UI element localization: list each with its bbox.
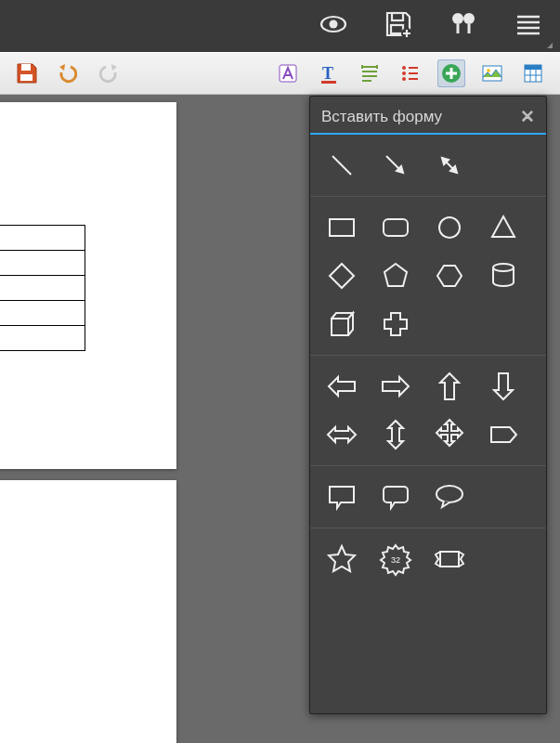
shape-group-arrows (310, 356, 546, 466)
save-add-icon[interactable] (384, 9, 413, 43)
document-page[interactable] (0, 102, 176, 469)
redo-button[interactable] (95, 59, 123, 87)
shape-arrow-pentagon[interactable] (479, 413, 527, 456)
svg-rect-24 (384, 219, 408, 236)
shape-arrow-left[interactable] (318, 365, 366, 408)
svg-rect-3 (391, 25, 403, 33)
svg-line-20 (332, 156, 351, 175)
insert-shape-panel: Вставить форму ✕ (309, 96, 547, 714)
svg-point-17 (487, 69, 490, 72)
svg-text:T: T (322, 64, 333, 83)
shape-callout-oval[interactable] (425, 476, 474, 518)
shape-diamond[interactable] (318, 254, 366, 297)
svg-point-14 (402, 77, 406, 81)
edit-toolbar: T (0, 52, 560, 95)
undo-button[interactable] (54, 59, 82, 87)
shape-seal[interactable]: 32 (371, 538, 420, 580)
shape-circle[interactable] (425, 206, 474, 249)
shape-ribbon[interactable] (425, 538, 474, 580)
shape-double-arrow-line[interactable] (425, 144, 474, 187)
shape-arrow-up-down[interactable] (371, 413, 420, 456)
shape-rounded-rectangle[interactable] (371, 206, 420, 249)
panel-header: Вставить форму ✕ (310, 97, 546, 135)
svg-point-1 (330, 20, 338, 29)
shape-line[interactable] (318, 144, 366, 187)
svg-rect-19 (525, 65, 541, 70)
close-icon[interactable]: ✕ (520, 106, 535, 127)
shape-group-callouts (310, 466, 546, 528)
svg-rect-2 (392, 13, 403, 20)
svg-rect-11 (321, 81, 336, 84)
find-icon[interactable] (449, 9, 478, 43)
svg-point-25 (439, 217, 460, 238)
table-button[interactable] (519, 59, 547, 87)
shape-callout-rounded[interactable] (371, 476, 420, 518)
svg-point-5 (452, 13, 463, 24)
svg-point-6 (463, 13, 475, 24)
shape-group-basic (310, 197, 546, 356)
document-page[interactable]: Sincerely yours, (0, 480, 176, 743)
shape-rectangle[interactable] (318, 206, 366, 249)
shape-cube[interactable] (318, 303, 366, 345)
shape-cross[interactable] (371, 303, 420, 345)
svg-rect-7 (21, 64, 31, 71)
menu-expand-corner (547, 43, 553, 48)
svg-point-13 (402, 72, 406, 75)
list-button[interactable] (397, 59, 424, 87)
app-top-bar (0, 0, 560, 52)
svg-rect-23 (330, 219, 354, 236)
svg-point-12 (402, 66, 406, 70)
insert-button[interactable] (437, 59, 465, 87)
shape-star[interactable] (318, 538, 366, 580)
shape-arrow-left-right[interactable] (318, 413, 366, 456)
preview-icon[interactable] (319, 9, 348, 43)
shape-triangle[interactable] (479, 206, 527, 249)
paragraph-button[interactable] (356, 59, 384, 87)
save-button[interactable] (13, 59, 41, 87)
shape-arrow-quad[interactable] (425, 413, 474, 456)
svg-text:32: 32 (391, 555, 400, 565)
shape-arrow-right[interactable] (371, 365, 420, 408)
menu-icon[interactable] (514, 9, 543, 43)
shape-hexagon[interactable] (425, 254, 474, 297)
shape-group-lines (310, 135, 546, 197)
svg-rect-8 (20, 74, 33, 81)
panel-title: Вставить форму (321, 108, 520, 126)
shape-arrow-line[interactable] (371, 144, 420, 187)
shape-cylinder[interactable] (479, 254, 527, 297)
shape-group-stars: 32 (310, 528, 546, 590)
shape-pentagon[interactable] (371, 254, 420, 297)
font-style-button[interactable] (274, 59, 302, 87)
document-table[interactable] (0, 225, 85, 351)
svg-point-27 (436, 486, 462, 502)
image-button[interactable] (478, 59, 506, 87)
shape-arrow-down[interactable] (479, 365, 527, 408)
svg-point-26 (493, 264, 514, 271)
shape-arrow-up[interactable] (425, 365, 474, 408)
text-color-button[interactable]: T (315, 59, 343, 87)
shape-callout-rect[interactable] (318, 476, 366, 518)
